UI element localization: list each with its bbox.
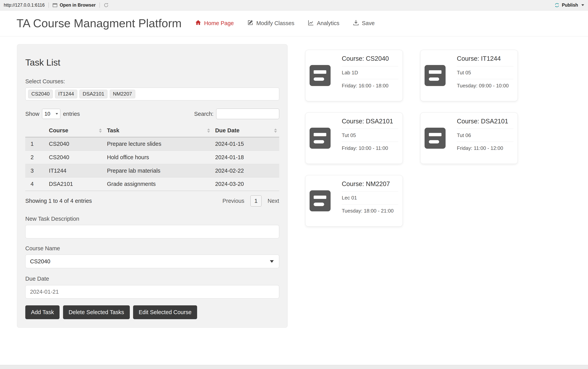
new-task-label: New Task Description [25, 216, 279, 222]
nav-save[interactable]: Save [353, 20, 375, 27]
course-name-select[interactable]: CS2040 [25, 255, 279, 268]
select-courses-label: Select Courses: [25, 78, 279, 85]
open-in-browser-button[interactable]: Open in Browser [60, 2, 96, 8]
course-card-title: Course: NM2207 [342, 180, 398, 192]
course-cards-grid: Course: CS2040 Lab 1D Friday: 16:00 - 18… [305, 50, 518, 226]
row-index: 3 [25, 164, 46, 177]
table-row[interactable]: 1 CS2040 Prepare lecture slides 2024-01-… [25, 137, 279, 151]
edit-icon [247, 20, 253, 27]
course-book-icon [425, 128, 446, 149]
course-book-icon [310, 190, 331, 211]
course-multiselect[interactable]: CS2040 IT1244 DSA2101 NM2207 [25, 88, 279, 100]
nav-home-page[interactable]: Home Page [195, 20, 234, 27]
task-table: Course Task Due Date 1 CS2040 [25, 124, 279, 191]
course-book-icon [310, 128, 331, 149]
row-task: Hold office hours [104, 151, 212, 164]
search-input[interactable] [216, 109, 279, 119]
course-tag[interactable]: NM2207 [110, 90, 135, 99]
row-task: Prepare lecture slides [104, 137, 212, 151]
nav-modify-classes[interactable]: Modify Classes [247, 20, 294, 27]
show-label: Show [25, 111, 39, 117]
address-url[interactable]: http://127.0.0.1:6116 [4, 2, 45, 8]
due-date-input[interactable] [25, 285, 279, 298]
sort-icons [99, 128, 102, 133]
row-due-date: 2024-02-22 [212, 164, 279, 177]
row-index: 2 [25, 151, 46, 164]
course-card[interactable]: Course: DSA2101 Tut 06 Friday: 11:00 - 1… [420, 113, 518, 164]
publish-button[interactable]: Publish [562, 2, 578, 8]
table-row[interactable]: 2 CS2040 Hold office hours 2024-01-18 [25, 151, 279, 164]
row-index: 1 [25, 137, 46, 151]
panel-title: Task List [25, 57, 279, 68]
search-label: Search: [194, 111, 214, 117]
course-book-icon [425, 65, 446, 86]
course-card-title: Course: CS2040 [342, 55, 398, 66]
course-card-section: Tut 06 [457, 129, 514, 142]
entries-select[interactable]: 10 [42, 109, 60, 119]
row-course: IT1244 [46, 164, 104, 177]
course-tag[interactable]: IT1244 [55, 90, 77, 99]
col-header-index [25, 124, 46, 137]
course-tag[interactable]: CS2040 [28, 90, 53, 99]
course-card-title: Course: DSA2101 [342, 118, 398, 129]
col-header-task[interactable]: Task [104, 124, 212, 137]
table-row[interactable]: 3 IT1244 Prepare lab materials 2024-02-2… [25, 164, 279, 177]
new-task-input[interactable] [25, 225, 279, 238]
row-task: Prepare lab materials [104, 164, 212, 177]
row-due-date: 2024-01-18 [212, 151, 279, 164]
app-header: TA Course Managment Platform Home Page M… [0, 10, 588, 36]
course-card-section: Tut 05 [457, 66, 514, 79]
due-date-label: Due Date [25, 276, 279, 282]
edit-selected-course-button[interactable]: Edit Selected Course [133, 305, 197, 319]
page-title: TA Course Managment Platform [17, 17, 182, 30]
page-number-button[interactable]: 1 [250, 195, 262, 207]
nav-label: Analytics [317, 20, 340, 26]
divider [100, 2, 100, 8]
delete-selected-tasks-button[interactable]: Delete Selected Tasks [63, 305, 130, 319]
course-tag[interactable]: DSA2101 [79, 90, 107, 99]
row-course: CS2040 [46, 151, 104, 164]
refresh-icon[interactable] [103, 2, 109, 8]
divider [49, 2, 49, 8]
course-card-time: Friday: 16:00 - 18:00 [342, 79, 398, 89]
next-page-button[interactable]: Next [268, 198, 279, 204]
nav-label: Save [362, 20, 375, 26]
course-name-select-value: CS2040 [30, 258, 50, 265]
task-list-panel: Task List Select Courses: CS2040 IT1244 … [17, 44, 288, 328]
window-bottom-edge [0, 365, 588, 369]
nav-label: Modify Classes [256, 20, 294, 26]
course-book-icon [310, 65, 331, 86]
row-index: 4 [25, 177, 46, 191]
course-card-time: Tuesday: 09:00 - 10:00 [457, 79, 514, 89]
row-course: DSA2101 [46, 177, 104, 191]
home-icon [195, 20, 201, 27]
table-header-row: Course Task Due Date [25, 124, 279, 137]
course-card-time: Tuesday: 18:00 - 21:00 [342, 205, 398, 214]
course-card[interactable]: Course: NM2207 Lec 01 Tuesday: 18:00 - 2… [305, 175, 403, 226]
col-header-due-date[interactable]: Due Date [212, 124, 279, 137]
publish-dropdown-caret[interactable] [581, 4, 584, 6]
main-content: Task List Select Courses: CS2040 IT1244 … [0, 36, 588, 328]
entries-select-value: 10 [44, 111, 50, 117]
course-card-title: Course: DSA2101 [457, 118, 514, 129]
nav-label: Home Page [204, 20, 234, 26]
course-card[interactable]: Course: IT1244 Tut 05 Tuesday: 09:00 - 1… [420, 50, 518, 101]
course-card-time: Friday: 10:00 - 11:00 [342, 142, 398, 151]
col-header-course[interactable]: Course [46, 124, 104, 137]
pagination: Previous 1 Next [223, 195, 279, 207]
add-task-button[interactable]: Add Task [25, 305, 60, 319]
sort-icons [207, 128, 210, 133]
course-card[interactable]: Course: CS2040 Lab 1D Friday: 16:00 - 18… [305, 50, 403, 101]
course-card[interactable]: Course: DSA2101 Tut 05 Friday: 10:00 - 1… [305, 113, 403, 164]
entries-summary: Showing 1 to 4 of 4 entries [25, 198, 92, 204]
open-in-browser-icon [52, 3, 57, 8]
sort-icons [274, 128, 277, 133]
chevron-down-icon [56, 113, 58, 115]
nav-analytics[interactable]: Analytics [308, 20, 339, 27]
table-row[interactable]: 4 DSA2101 Grade assignments 2024-03-20 [25, 177, 279, 191]
course-card-section: Tut 05 [342, 129, 398, 142]
course-card-section: Lec 01 [342, 192, 398, 205]
save-icon [353, 20, 359, 27]
previous-page-button[interactable]: Previous [223, 198, 244, 204]
course-card-time: Friday: 11:00 - 12:00 [457, 142, 514, 151]
